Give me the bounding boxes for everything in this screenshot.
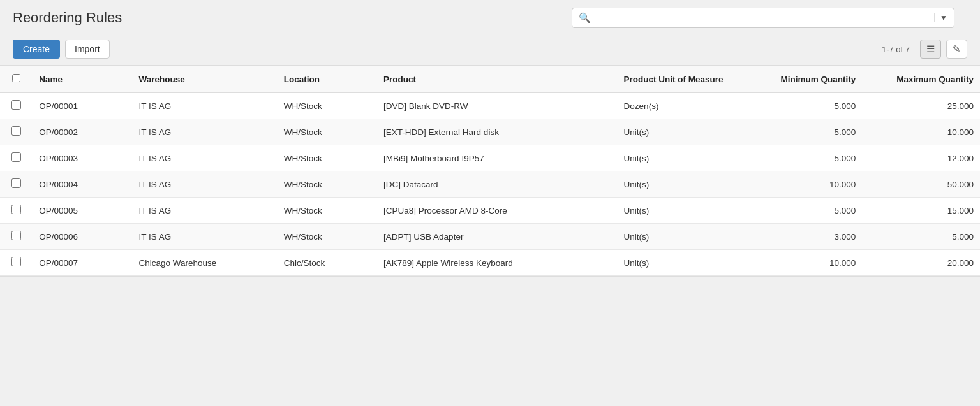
row-max-qty: 15.000 [862,198,980,224]
row-max-qty: 5.000 [862,224,980,250]
row-product: [ADPT] USB Adapter [377,224,618,250]
row-checkbox[interactable] [11,231,21,240]
row-location: WH/Stock [278,224,377,250]
col-header-max-qty: Maximum Quantity [862,66,980,92]
row-checkbox[interactable] [11,126,21,136]
col-header-product: Product [377,66,618,92]
row-warehouse: IT IS AG [132,171,277,198]
header-checkbox-cell [0,66,33,92]
row-product: [DC] Datacard [377,171,618,198]
row-location: WH/Stock [278,171,377,198]
row-checkbox-cell [0,92,33,119]
table-row[interactable]: OP/00006IT IS AGWH/Stock[ADPT] USB Adapt… [0,224,980,250]
row-min-qty: 10.000 [745,171,863,198]
row-product: [EXT-HDD] External Hard disk [377,119,618,145]
import-button[interactable]: Import [65,40,110,59]
row-min-qty: 5.000 [745,92,863,119]
table-body: OP/00001IT IS AGWH/Stock[DVD] Blank DVD-… [0,92,980,276]
row-name: OP/00007 [33,250,132,276]
row-min-qty: 5.000 [745,145,863,171]
toolbar: Create Import 1-7 of 7 ☰ ✎ [0,36,980,65]
search-container: 🔍 ▼ [572,8,954,28]
table-row[interactable]: OP/00004IT IS AGWH/Stock[DC] DatacardUni… [0,171,980,198]
table-row[interactable]: OP/00001IT IS AGWH/Stock[DVD] Blank DVD-… [0,92,980,119]
table-row[interactable]: OP/00002IT IS AGWH/Stock[EXT-HDD] Extern… [0,119,980,145]
create-button[interactable]: Create [13,40,60,59]
row-location: WH/Stock [278,119,377,145]
search-icon: 🔍 [579,12,591,24]
row-location: WH/Stock [278,198,377,224]
row-location: WH/Stock [278,145,377,171]
row-min-qty: 5.000 [745,198,863,224]
table-header: Name Warehouse Location Product Product … [0,66,980,92]
row-checkbox-cell [0,250,33,276]
row-max-qty: 10.000 [862,119,980,145]
page-wrapper: Reordering Rules 🔍 ▼ Create Import 1-7 o… [0,0,980,406]
row-uom: Unit(s) [618,198,745,224]
col-header-location: Location [278,66,377,92]
top-bar: Reordering Rules 🔍 ▼ [0,0,980,36]
reordering-rules-table: Name Warehouse Location Product Product … [0,66,980,276]
row-uom: Unit(s) [618,250,745,276]
row-warehouse: IT IS AG [132,145,277,171]
row-product: [DVD] Blank DVD-RW [377,92,618,119]
row-warehouse: IT IS AG [132,119,277,145]
pagination-info: 1-7 of 7 [882,45,910,54]
row-uom: Unit(s) [618,119,745,145]
row-name: OP/00003 [33,145,132,171]
col-header-warehouse: Warehouse [132,66,277,92]
row-checkbox-cell [0,224,33,250]
edit-view-button[interactable]: ✎ [946,40,967,59]
row-max-qty: 25.000 [862,92,980,119]
row-max-qty: 20.000 [862,250,980,276]
row-name: OP/00002 [33,119,132,145]
col-header-name: Name [33,66,132,92]
row-name: OP/00001 [33,92,132,119]
row-uom: Unit(s) [618,145,745,171]
row-min-qty: 5.000 [745,119,863,145]
row-product: [CPUa8] Processor AMD 8-Core [377,198,618,224]
row-warehouse: IT IS AG [132,198,277,224]
table-container: Name Warehouse Location Product Product … [0,66,980,277]
row-product: [MBi9] Motherboard I9P57 [377,145,618,171]
row-checkbox-cell [0,119,33,145]
row-location: Chic/Stock [278,250,377,276]
row-uom: Unit(s) [618,171,745,198]
row-checkbox-cell [0,198,33,224]
table-row[interactable]: OP/00007Chicago WarehouseChic/Stock[AK78… [0,250,980,276]
row-min-qty: 10.000 [745,250,863,276]
col-header-uom: Product Unit of Measure [618,66,745,92]
row-max-qty: 12.000 [862,145,980,171]
table-row[interactable]: OP/00005IT IS AGWH/Stock[CPUa8] Processo… [0,198,980,224]
row-warehouse: IT IS AG [132,224,277,250]
page-title: Reordering Rules [13,10,122,26]
row-checkbox-cell [0,145,33,171]
row-location: WH/Stock [278,92,377,119]
table-row[interactable]: OP/00003IT IS AGWH/Stock[MBi9] Motherboa… [0,145,980,171]
search-input[interactable] [595,13,930,23]
row-checkbox-cell [0,171,33,198]
select-all-checkbox[interactable] [12,74,20,82]
row-checkbox[interactable] [11,205,21,214]
row-warehouse: IT IS AG [132,92,277,119]
search-box: 🔍 ▼ [572,8,954,28]
search-dropdown-arrow-icon[interactable]: ▼ [934,13,947,22]
row-name: OP/00004 [33,171,132,198]
row-product: [AK789] Apple Wireless Keyboard [377,250,618,276]
row-checkbox[interactable] [11,152,21,162]
row-max-qty: 50.000 [862,171,980,198]
row-name: OP/00005 [33,198,132,224]
row-checkbox[interactable] [11,100,21,110]
row-uom: Unit(s) [618,224,745,250]
row-name: OP/00006 [33,224,132,250]
row-checkbox[interactable] [11,257,21,266]
row-uom: Dozen(s) [618,92,745,119]
col-header-min-qty: Minimum Quantity [745,66,863,92]
list-view-button[interactable]: ☰ [920,40,941,59]
row-warehouse: Chicago Warehouse [132,250,277,276]
row-checkbox[interactable] [11,178,21,188]
row-min-qty: 3.000 [745,224,863,250]
